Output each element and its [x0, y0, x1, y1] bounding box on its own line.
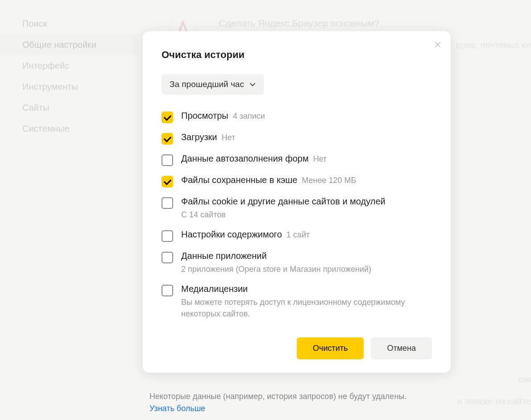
- option-hint: Нет: [313, 154, 327, 164]
- checkbox-autofill[interactable]: [162, 154, 173, 166]
- option-downloads: Загрузки Нет: [162, 132, 432, 145]
- cancel-button[interactable]: Отмена: [371, 337, 432, 359]
- footer-note: Некоторые данные (например, история запр…: [149, 391, 407, 415]
- option-media-licenses: Медиалицензии Вы можете потерять доступ …: [162, 284, 432, 319]
- option-hint: Менее 120 МБ: [302, 176, 356, 185]
- option-browsing-history: Просмотры 4 записи: [162, 111, 432, 123]
- learn-more-link[interactable]: Узнать больше: [149, 404, 205, 413]
- checkbox-cache[interactable]: [162, 176, 173, 187]
- checkbox-downloads[interactable]: [162, 133, 173, 145]
- option-label: Медиалицензии: [181, 284, 248, 294]
- modal-footer: Очистить Отмена: [162, 337, 432, 359]
- option-sublabel: С 14 сайтов: [181, 209, 432, 220]
- checkbox-browsing-history[interactable]: [162, 112, 173, 123]
- time-range-label: За прошедший час: [170, 79, 244, 89]
- close-icon[interactable]: ✕: [434, 39, 442, 51]
- clear-button[interactable]: Очистить: [297, 337, 364, 359]
- option-label: Просмотры: [181, 111, 228, 121]
- option-hint: Нет: [222, 133, 236, 142]
- option-label: Файлы сохраненные в кэше: [181, 175, 297, 185]
- option-cookies: Файлы cookie и другие данные сайтов и мо…: [162, 196, 432, 220]
- checkbox-cookies[interactable]: [162, 197, 173, 209]
- option-app-data: Данные приложений 2 приложения (Opera st…: [162, 251, 432, 275]
- modal-title: Очистка истории: [162, 49, 432, 61]
- checkbox-app-data[interactable]: [162, 252, 173, 263]
- footer-note-text: Некоторые данные (например, история запр…: [149, 392, 407, 401]
- option-label: Данные автозаполнения форм: [181, 154, 309, 164]
- time-range-select[interactable]: За прошедший час: [162, 74, 264, 95]
- clear-history-modal: ✕ Очистка истории За прошедший час Просм…: [143, 31, 451, 373]
- option-sublabel: 2 приложения (Opera store и Магазин прил…: [181, 264, 432, 275]
- option-label: Файлы cookie и другие данные сайтов и мо…: [181, 196, 386, 207]
- option-hint: 4 записи: [233, 112, 265, 121]
- option-label: Данные приложений: [181, 251, 267, 261]
- checkbox-content-settings[interactable]: [162, 230, 173, 242]
- option-cache: Файлы сохраненные в кэше Менее 120 МБ: [162, 175, 432, 187]
- option-label: Настройки содержимого: [181, 229, 282, 240]
- option-sublabel: Вы можете потерять доступ к лицензионном…: [181, 297, 432, 319]
- option-label: Загрузки: [181, 132, 217, 142]
- clear-options-list: Просмотры 4 записи Загрузки Нет Данные а…: [162, 111, 432, 320]
- chevron-down-icon: [249, 79, 256, 89]
- option-content-settings: Настройки содержимого 1 сайт: [162, 229, 432, 242]
- checkbox-media-licenses[interactable]: [162, 285, 173, 296]
- option-autofill: Данные автозаполнения форм Нет: [162, 154, 432, 166]
- option-hint: 1 сайт: [286, 230, 310, 240]
